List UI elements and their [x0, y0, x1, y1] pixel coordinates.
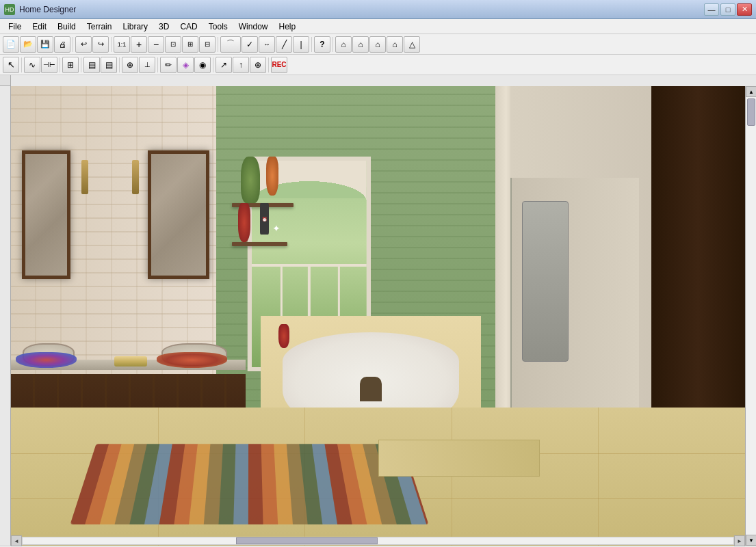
h-scroll-thumb[interactable]	[236, 537, 378, 544]
mirror-right	[148, 150, 209, 279]
close-button[interactable]: ✕	[737, 3, 752, 16]
toolbar2-sep5	[157, 57, 158, 72]
star-burst: ✦	[272, 223, 282, 232]
texture-tool[interactable]: ◉	[194, 57, 211, 73]
print-button[interactable]: 🖨	[54, 36, 70, 53]
h-scroll-track[interactable]	[22, 537, 734, 545]
paint-tool[interactable]: ◈	[177, 57, 194, 73]
grid-toggle[interactable]: ⊞	[62, 57, 79, 73]
mirror-reflection-2	[151, 154, 206, 276]
wardrobe-door	[651, 86, 745, 417]
open-button[interactable]: 📂	[20, 36, 36, 53]
minimize-button[interactable]: —	[704, 3, 719, 16]
sconce-left-2	[132, 160, 139, 194]
zoom-window-button[interactable]: ⊞	[182, 36, 198, 53]
arc-button[interactable]: ⌒	[220, 36, 241, 53]
sconce-left-1	[81, 160, 88, 194]
pointer-tool[interactable]: ↗	[216, 57, 232, 73]
check-button[interactable]: ✓	[242, 36, 258, 53]
menu-edit[interactable]: Edit	[27, 21, 52, 33]
menu-3d[interactable]: 3D	[153, 21, 174, 33]
shelf-item-2	[266, 157, 278, 196]
vase-on-tub	[278, 324, 289, 348]
select-objects[interactable]: ⊟	[199, 36, 216, 53]
scroll-right-button[interactable]: ►	[734, 535, 745, 546]
toolbar2: ↖ ∿ ⊣⊢ ⊞ ▤ ▤ ⊕ ⊥ ✏ ◈ ◉ ↗ ↑ ⊕ REC	[0, 55, 756, 75]
undo-button[interactable]: ↩	[75, 36, 92, 53]
redo-button[interactable]: ↪	[92, 36, 109, 53]
dimension-button[interactable]: ↔	[259, 36, 275, 53]
toolbar2-sep3	[81, 57, 81, 72]
new-button[interactable]: 📄	[3, 36, 19, 53]
house-view4[interactable]: ⌂	[387, 36, 403, 53]
toolbar2-sep7	[268, 57, 269, 72]
bottom-scrollbar: ◄ ►	[11, 535, 745, 547]
horizontal-ruler	[11, 75, 756, 86]
toolbar1: 📄 📂 💾 🖨 ↩ ↪ 1:1 + − ⊡ ⊞ ⊟ ⌒ ✓ ↔ ╱ | ? ⌂ …	[0, 34, 756, 55]
floor-rug	[70, 444, 429, 525]
line-button[interactable]: ╱	[276, 36, 292, 53]
title-bar: HD Home Designer — □ ✕	[0, 0, 756, 19]
decorative-bowl-left	[16, 352, 77, 368]
vertical-ruler	[0, 86, 11, 546]
towel-stack	[114, 356, 147, 366]
toolbar-separator5	[333, 37, 333, 52]
snap-toggle[interactable]: ⊕	[122, 57, 138, 73]
roof-view[interactable]: △	[404, 36, 420, 53]
shelf-item-4: ⏰	[260, 203, 270, 235]
menu-file[interactable]: File	[3, 21, 27, 33]
zoom-fit-button[interactable]: ⊡	[165, 36, 181, 53]
cabinet-tool2[interactable]: ▤	[101, 57, 117, 73]
menu-bar: File Edit Build Terrain Library 3D CAD T…	[0, 19, 756, 34]
zoom-real-size[interactable]: 1:1	[114, 36, 130, 53]
maximize-button[interactable]: □	[720, 3, 735, 16]
floor-tile-v3	[452, 408, 452, 546]
toolbar2-sep1	[21, 57, 22, 72]
pipe-button[interactable]: |	[293, 36, 309, 53]
water-heater	[522, 201, 569, 362]
zoom-out-button[interactable]: −	[148, 36, 164, 53]
arrow-up-tool[interactable]: ↑	[233, 57, 249, 73]
scroll-left-button[interactable]: ◄	[11, 535, 22, 546]
house-view3[interactable]: ⌂	[369, 36, 386, 53]
menu-library[interactable]: Library	[117, 21, 153, 33]
window-controls: — □ ✕	[704, 3, 752, 16]
decorative-bowl-right	[157, 352, 227, 368]
mirror-left	[22, 150, 70, 279]
move-tool[interactable]: ⊕	[250, 57, 266, 73]
menu-tools[interactable]: Tools	[203, 21, 233, 33]
scroll-thumb[interactable]	[747, 98, 755, 126]
scroll-track[interactable]	[746, 97, 756, 535]
menu-window[interactable]: Window	[233, 21, 274, 33]
shelf-item-3	[238, 203, 250, 242]
house-view1[interactable]: ⌂	[335, 36, 352, 53]
select-tool[interactable]: ↖	[3, 57, 19, 73]
help-button[interactable]: ?	[314, 36, 330, 53]
toolbar2-sep4	[119, 57, 120, 72]
save-button[interactable]: 💾	[37, 36, 53, 53]
toolbar-separator4	[311, 37, 312, 52]
menu-terrain[interactable]: Terrain	[81, 21, 118, 33]
railing-tool[interactable]: ⊣⊢	[41, 57, 57, 73]
dimension-tool2[interactable]: ⊥	[139, 57, 155, 73]
menu-cad[interactable]: CAD	[174, 21, 203, 33]
3d-viewport[interactable]: ⏰ ✦	[11, 86, 745, 546]
bathtub-faucet	[360, 377, 382, 401]
main-area: ⏰ ✦	[0, 86, 756, 546]
scroll-up-button[interactable]: ▲	[746, 86, 756, 97]
cabinet-tool[interactable]: ▤	[83, 57, 100, 73]
spline-tool[interactable]: ∿	[24, 57, 40, 73]
record-button[interactable]: REC	[271, 57, 287, 73]
viewport-container[interactable]: ⏰ ✦	[11, 86, 745, 546]
scroll-down-button[interactable]: ▼	[746, 535, 756, 546]
toolbar2-sep6	[213, 57, 213, 72]
menu-help[interactable]: Help	[273, 21, 301, 33]
house-view2[interactable]: ⌂	[352, 36, 369, 53]
toolbar2-sep2	[60, 57, 60, 72]
zoom-in-button[interactable]: +	[131, 36, 147, 53]
pencil-tool[interactable]: ✏	[160, 57, 177, 73]
bathtub-steps	[378, 440, 540, 477]
menu-build[interactable]: Build	[52, 21, 81, 33]
mirror-reflection	[25, 154, 67, 276]
ruler-corner	[0, 75, 11, 86]
